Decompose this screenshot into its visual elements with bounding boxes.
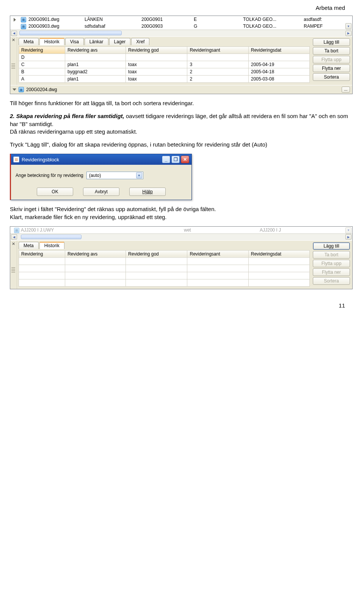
dropdown-icon[interactable] bbox=[13, 88, 16, 91]
horizontal-scrollbar[interactable]: ◀ ▶ bbox=[10, 30, 352, 36]
scroll-down-icon[interactable]: ▼ bbox=[345, 23, 351, 29]
dialog-titlebar[interactable]: ▥ Revideringsblock _ ❐ ✕ bbox=[11, 154, 191, 165]
table-row[interactable]: B byggnad2 toax 2 2005-04-18 bbox=[19, 68, 310, 76]
tab-lager[interactable]: Lager bbox=[109, 38, 131, 45]
paragraph: Skriv inget i fältet "Revidering" det rä… bbox=[10, 205, 353, 221]
table-row[interactable] bbox=[19, 279, 310, 286]
revision-table: Revidering Revidering avs Revidering god… bbox=[19, 46, 310, 83]
paragraph: 2. Skapa revidering på flera filer samti… bbox=[10, 112, 353, 136]
close-icon[interactable]: ✕ bbox=[181, 156, 189, 163]
col-revidering-god[interactable]: Revidering god bbox=[126, 250, 187, 257]
tab-meta[interactable]: Meta bbox=[19, 242, 39, 249]
file-grid: ▦ 200G0901.dwg LÄNKEN 200G0901 E TOLKAD … bbox=[10, 16, 352, 36]
dwg-icon: ▦ bbox=[21, 24, 26, 29]
chevron-down-icon[interactable]: ▼ bbox=[136, 172, 142, 178]
paragraph: Tryck "Lägg till", dialog för att skapa … bbox=[10, 141, 353, 148]
col-revidering-god[interactable]: Revidering god bbox=[126, 47, 187, 54]
horizontal-scrollbar[interactable]: ◀ ▶ bbox=[10, 233, 352, 240]
remove-button[interactable]: Ta bort bbox=[313, 251, 350, 259]
col-revideringsant[interactable]: Revideringsant bbox=[187, 47, 248, 54]
expand-icon bbox=[14, 18, 16, 22]
sort-button[interactable]: Sortera bbox=[313, 277, 350, 285]
browse-button[interactable]: ... bbox=[342, 87, 350, 93]
revision-table: Revidering Revidering avs Revidering god… bbox=[19, 250, 310, 287]
tab-lankar[interactable]: Länkar bbox=[85, 38, 108, 45]
dialog-icon: ▥ bbox=[13, 156, 19, 162]
scroll-right-icon[interactable]: ▶ bbox=[345, 31, 351, 36]
tab-xref[interactable]: Xref bbox=[131, 38, 149, 45]
table-row[interactable] bbox=[19, 265, 310, 272]
minimize-icon[interactable]: _ bbox=[162, 156, 170, 163]
file-name: AJJ200 I J.UWY bbox=[21, 227, 135, 233]
tab-visa[interactable]: Visa bbox=[65, 38, 84, 45]
file-row[interactable]: ▦ 200G0903.dwg sdfsdafsaf 200G0903 G TOL… bbox=[10, 23, 352, 30]
tab-historik[interactable]: Historik bbox=[39, 38, 64, 45]
dialog-label: Ange beteckning för ny revidering bbox=[16, 173, 83, 178]
remove-button[interactable]: Ta bort bbox=[313, 47, 350, 55]
col-revidering-avs[interactable]: Revidering avs bbox=[65, 47, 126, 54]
paragraph: Till höger finns funktioner för att lägg… bbox=[10, 99, 353, 107]
cancel-button[interactable]: Avbryt bbox=[83, 188, 119, 196]
body-text: Skriv inget i fältet "Revidering" det rä… bbox=[10, 206, 216, 212]
ok-button[interactable]: OK bbox=[37, 188, 73, 196]
tab-historik[interactable]: Historik bbox=[39, 242, 64, 249]
close-panel-icon[interactable]: ✕ bbox=[11, 38, 16, 43]
page-header: Arbeta med bbox=[8, 0, 356, 14]
scrollbar-thumb[interactable] bbox=[21, 235, 82, 239]
file-row[interactable]: ▦ AJJ200 I J.UWY wet AJJ200 I J ▼ bbox=[10, 227, 352, 233]
col-revideringsdat[interactable]: Revideringsdat bbox=[248, 47, 309, 54]
revidering-combo[interactable]: (auto) ▼ bbox=[86, 172, 143, 179]
button-column: Lägg till Ta bort Flytta upp Flytta ner … bbox=[311, 37, 352, 85]
help-button[interactable]: Hjälp bbox=[129, 188, 166, 196]
grip-icon[interactable] bbox=[11, 63, 15, 69]
screenshot-1: ▦ 200G0901.dwg LÄNKEN 200G0901 E TOLKAD … bbox=[10, 16, 353, 94]
add-button[interactable]: Lägg till bbox=[313, 242, 350, 250]
page-number: 11 bbox=[8, 291, 356, 309]
col-revideringsant[interactable]: Revideringsant bbox=[187, 250, 248, 257]
tab-meta[interactable]: Meta bbox=[19, 38, 39, 45]
file-name: 200G0903.dwg bbox=[27, 23, 83, 29]
tabs: Meta Historik bbox=[19, 242, 310, 249]
status-file: 200G0204.dwg bbox=[26, 87, 57, 92]
dwg-icon: ▦ bbox=[14, 228, 19, 233]
col-revidering[interactable]: Revidering bbox=[19, 47, 65, 54]
col-revidering[interactable]: Revidering bbox=[19, 250, 65, 257]
revidering-value: (auto) bbox=[89, 173, 101, 178]
dwg-icon: ▦ bbox=[21, 17, 26, 22]
table-row[interactable]: D bbox=[19, 54, 310, 61]
dialog-title: Revideringsblock bbox=[22, 157, 161, 162]
close-panel-icon[interactable]: ✕ bbox=[11, 241, 16, 246]
scroll-right-icon[interactable]: ▶ bbox=[345, 234, 351, 240]
move-up-button[interactable]: Flytta upp bbox=[313, 56, 350, 63]
col-revidering-avs[interactable]: Revidering avs bbox=[65, 250, 126, 257]
sort-button[interactable]: Sortera bbox=[313, 73, 350, 81]
body-text: Klart, markerade filer fick en ny revide… bbox=[10, 214, 167, 220]
table-row[interactable]: A plan1 toax 2 2005-03-08 bbox=[19, 76, 310, 83]
tabs: Meta Historik Visa Länkar Lager Xref bbox=[19, 38, 310, 45]
move-down-button[interactable]: Flytta ner bbox=[313, 65, 350, 72]
grip-icon[interactable] bbox=[11, 267, 15, 273]
scrollbar-thumb[interactable] bbox=[19, 31, 122, 35]
lead-text: 2. Skapa revidering på flera filer samti… bbox=[10, 113, 124, 119]
table-row[interactable] bbox=[19, 257, 310, 265]
maximize-icon[interactable]: ❐ bbox=[171, 156, 180, 163]
dwg-icon: ▦ bbox=[19, 87, 24, 92]
add-button[interactable]: Lägg till bbox=[313, 38, 350, 46]
file-row[interactable]: ▦ 200G0901.dwg LÄNKEN 200G0901 E TOLKAD … bbox=[10, 16, 352, 23]
scroll-down-icon[interactable]: ▼ bbox=[345, 227, 351, 233]
table-row[interactable] bbox=[19, 272, 310, 279]
body-text: Då räknas revideringarna upp ett steg au… bbox=[10, 128, 137, 135]
screenshot-2: ▦ AJJ200 I J.UWY wet AJJ200 I J ▼ ◀ ▶ ✕ bbox=[10, 226, 353, 289]
col-revideringsdat[interactable]: Revideringsdat bbox=[248, 250, 309, 257]
revideringsblock-dialog: ▥ Revideringsblock _ ❐ ✕ Ange beteckning… bbox=[10, 154, 192, 200]
file-name: 200G0901.dwg bbox=[27, 16, 83, 22]
button-column: Lägg till Ta bort Flytta upp Flytta ner … bbox=[311, 241, 352, 289]
move-down-button[interactable]: Flytta ner bbox=[313, 268, 350, 276]
move-up-button[interactable]: Flytta upp bbox=[313, 260, 350, 267]
scroll-left-icon[interactable]: ◀ bbox=[11, 31, 17, 36]
status-bar: ▦ 200G0204.dwg ... bbox=[10, 85, 352, 94]
scroll-left-icon[interactable]: ◀ bbox=[11, 234, 17, 240]
table-row[interactable]: C plan1 toax 3 2005-04-19 bbox=[19, 61, 310, 68]
